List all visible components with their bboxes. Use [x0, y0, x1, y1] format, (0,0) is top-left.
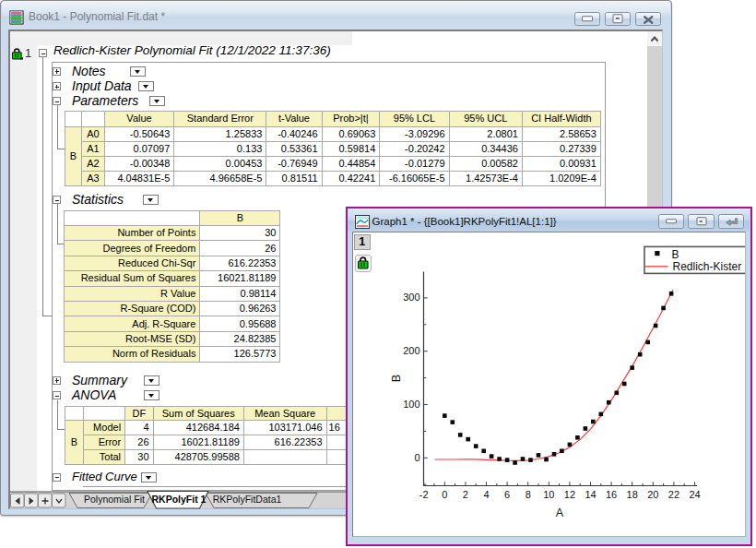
svg-text:0: 0 — [442, 489, 447, 500]
svg-text:8: 8 — [525, 489, 530, 500]
svg-text:14: 14 — [585, 489, 596, 500]
svg-text:100: 100 — [403, 399, 419, 410]
svg-text:18: 18 — [626, 489, 637, 500]
svg-text:Polynomial Fit: Polynomial Fit — [84, 494, 145, 505]
svg-text:16: 16 — [605, 489, 616, 500]
svg-text:20: 20 — [647, 489, 658, 500]
svg-text:10: 10 — [543, 489, 554, 500]
svg-text:B: B — [390, 374, 403, 381]
svg-text:22: 22 — [667, 489, 679, 500]
svg-text:2: 2 — [462, 489, 467, 500]
svg-text:B: B — [671, 247, 679, 260]
svg-text:Redlich-Kister: Redlich-Kister — [672, 260, 741, 273]
svg-text:0: 0 — [414, 451, 419, 462]
svg-text:300: 300 — [403, 292, 419, 303]
svg-text:RKPolyFit 1: RKPolyFit 1 — [152, 494, 207, 505]
svg-text:12: 12 — [563, 489, 574, 500]
svg-text:-2: -2 — [419, 489, 428, 500]
svg-text:A: A — [555, 506, 563, 519]
svg-text:6: 6 — [504, 489, 510, 500]
svg-text:4: 4 — [483, 489, 489, 500]
svg-text:RKPolyFitData1: RKPolyFitData1 — [213, 494, 282, 505]
svg-text:200: 200 — [403, 345, 419, 356]
svg-text:24: 24 — [689, 489, 700, 500]
